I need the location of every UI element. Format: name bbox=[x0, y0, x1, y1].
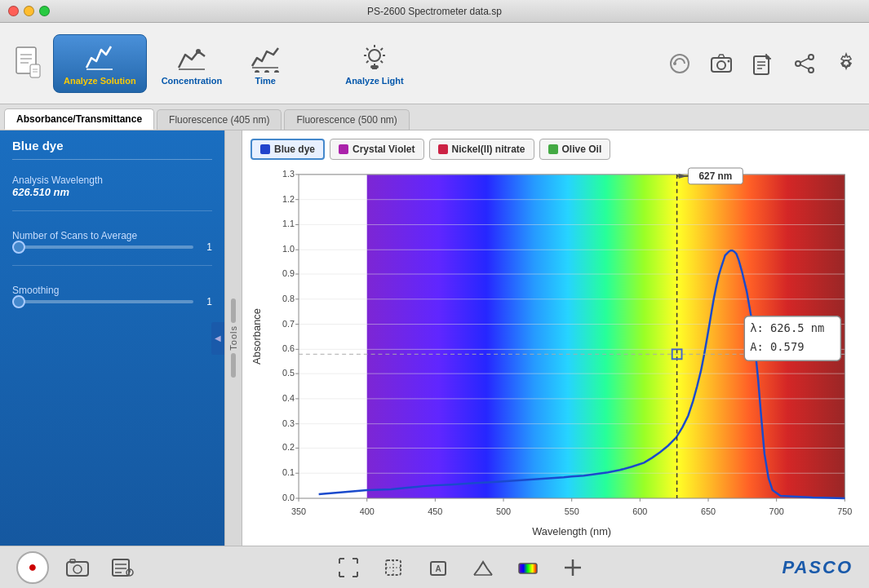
svg-point-13 bbox=[264, 70, 269, 73]
svg-text:1.1: 1.1 bbox=[282, 219, 295, 228]
svg-text:0.1: 0.1 bbox=[282, 467, 295, 477]
tooltip-absorbance: A: 0.579 bbox=[750, 340, 804, 353]
camera-icon[interactable] bbox=[707, 49, 736, 78]
chart-container[interactable]: 0.0 0.1 0.2 0.3 0.4 0.5 0.6 0.7 0.8 0.9 … bbox=[251, 166, 861, 547]
tools-handle-bottom[interactable] bbox=[231, 353, 236, 378]
x-axis-label: Wavelength (nm) bbox=[532, 525, 611, 537]
svg-line-40 bbox=[800, 64, 809, 69]
wavelength-label: Analysis Wavelength bbox=[12, 175, 212, 186]
nickel-nitrate-swatch bbox=[438, 144, 448, 154]
content-area: ◀ Blue dye Analysis Wavelength 626.510 n… bbox=[0, 130, 869, 546]
document-button[interactable] bbox=[8, 43, 49, 84]
spectrometer-chart: 0.0 0.1 0.2 0.3 0.4 0.5 0.6 0.7 0.8 0.9 … bbox=[251, 166, 861, 547]
share-icon[interactable] bbox=[790, 49, 819, 78]
concentration-button[interactable]: Concentration bbox=[151, 34, 233, 93]
peak-button[interactable] bbox=[467, 551, 499, 584]
record-data-button[interactable] bbox=[106, 551, 139, 584]
maximize-button[interactable] bbox=[39, 6, 50, 16]
olive-oil-swatch bbox=[548, 144, 558, 154]
svg-text:0.3: 0.3 bbox=[282, 418, 295, 428]
concentration-label: Concentration bbox=[162, 76, 223, 86]
crystal-violet-label: Crystal Violet bbox=[352, 144, 415, 155]
scans-slider[interactable] bbox=[12, 245, 193, 249]
snapshot-button[interactable] bbox=[61, 551, 94, 584]
svg-point-30 bbox=[728, 60, 730, 62]
svg-line-21 bbox=[380, 60, 383, 63]
nickel-nitrate-label: Nickel(II) nitrate bbox=[452, 144, 525, 155]
title-bar: PS-2600 Spectrometer data.sp bbox=[0, 0, 869, 23]
export-icon[interactable] bbox=[748, 49, 778, 78]
right-tools bbox=[665, 49, 861, 78]
svg-text:400: 400 bbox=[360, 506, 375, 516]
annotation-button[interactable]: A bbox=[422, 551, 454, 584]
cursor-wavelength-label: 627 nm bbox=[699, 170, 733, 182]
sample-tab-crystal-violet[interactable]: Crystal Violet bbox=[330, 139, 423, 160]
fit-screen-icon bbox=[338, 557, 359, 578]
svg-text:0.4: 0.4 bbox=[282, 393, 295, 403]
tools-handle-top[interactable] bbox=[231, 298, 236, 323]
main-toolbar: Analyze Solution Concentration Time bbox=[0, 23, 869, 104]
svg-point-27 bbox=[673, 62, 676, 65]
close-button[interactable] bbox=[8, 6, 19, 16]
svg-text:650: 650 bbox=[701, 506, 716, 516]
left-panel: ◀ Blue dye Analysis Wavelength 626.510 n… bbox=[0, 130, 224, 546]
select-region-button[interactable] bbox=[377, 551, 410, 584]
tab-fluorescence500[interactable]: Fluorescence (500 nm) bbox=[284, 109, 409, 130]
smoothing-value: 1 bbox=[200, 296, 212, 307]
svg-text:0.7: 0.7 bbox=[282, 319, 295, 329]
panel-title: Blue dye bbox=[12, 139, 212, 160]
tab-absorbance[interactable]: Absorbance/Transmittance bbox=[4, 108, 154, 130]
sample-tab-olive-oil[interactable]: Olive Oil bbox=[539, 139, 611, 160]
divider1 bbox=[12, 210, 212, 211]
y-axis-label: Absorbance bbox=[251, 308, 263, 365]
settings-icon[interactable] bbox=[831, 49, 861, 78]
sample-tab-blue-dye[interactable]: Blue dye bbox=[251, 139, 325, 160]
sample-tab-nickel-nitrate[interactable]: Nickel(II) nitrate bbox=[429, 139, 534, 160]
analyze-solution-icon bbox=[83, 42, 116, 74]
add-button[interactable] bbox=[556, 551, 589, 584]
add-icon bbox=[562, 557, 583, 578]
svg-text:A: A bbox=[435, 564, 441, 573]
svg-point-38 bbox=[809, 68, 814, 73]
svg-point-14 bbox=[274, 70, 279, 73]
svg-text:600: 600 bbox=[632, 506, 647, 516]
refresh-icon[interactable] bbox=[665, 49, 694, 78]
window-controls[interactable] bbox=[8, 6, 50, 16]
collapse-button[interactable]: ◀ bbox=[211, 322, 224, 355]
svg-text:0.0: 0.0 bbox=[282, 493, 295, 502]
svg-point-37 bbox=[809, 55, 814, 60]
bottom-toolbar: ● bbox=[0, 546, 869, 588]
svg-point-39 bbox=[796, 61, 800, 66]
minimize-button[interactable] bbox=[24, 6, 34, 16]
crystal-violet-swatch bbox=[339, 144, 348, 154]
smoothing-slider[interactable] bbox=[12, 300, 193, 303]
select-region-icon bbox=[383, 557, 404, 578]
time-button[interactable]: Time bbox=[237, 34, 294, 93]
svg-text:750: 750 bbox=[837, 506, 852, 516]
svg-text:350: 350 bbox=[291, 506, 306, 516]
concentration-icon bbox=[175, 42, 208, 74]
analyze-solution-label: Analyze Solution bbox=[64, 76, 136, 86]
annotation-icon: A bbox=[428, 557, 449, 578]
record-button[interactable]: ● bbox=[16, 551, 49, 584]
scans-slider-row: 1 bbox=[12, 241, 212, 253]
fit-screen-button[interactable] bbox=[332, 551, 365, 584]
svg-text:0.6: 0.6 bbox=[282, 343, 295, 353]
tooltip-lambda: λ: 626.5 nm bbox=[750, 321, 824, 334]
analyze-solution-button[interactable]: Analyze Solution bbox=[53, 34, 147, 93]
smoothing-slider-row: 1 bbox=[12, 296, 212, 307]
tab-fluorescence405[interactable]: Fluorescence (405 nm) bbox=[157, 109, 282, 130]
spectrum-button[interactable] bbox=[512, 551, 544, 584]
chart-area: Blue dye Crystal Violet Nickel(II) nitra… bbox=[242, 130, 869, 546]
olive-oil-label: Olive Oil bbox=[562, 144, 602, 155]
svg-text:0.8: 0.8 bbox=[282, 294, 295, 303]
analyze-light-button[interactable]: Analyze Light bbox=[335, 34, 415, 93]
svg-text:450: 450 bbox=[428, 506, 442, 516]
smoothing-label: Smoothing bbox=[12, 285, 212, 296]
tools-label: Tools bbox=[228, 325, 238, 351]
svg-point-10 bbox=[196, 49, 201, 54]
sample-tabs: Blue dye Crystal Violet Nickel(II) nitra… bbox=[251, 139, 861, 160]
svg-text:500: 500 bbox=[496, 506, 511, 516]
window-title: PS-2600 Spectrometer data.sp bbox=[367, 6, 502, 17]
blue-dye-swatch bbox=[260, 144, 270, 154]
